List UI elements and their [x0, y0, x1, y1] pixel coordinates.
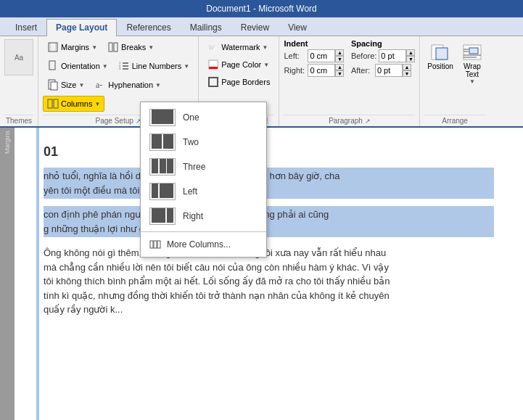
svg-rect-13 — [51, 82, 57, 90]
indent-left-label: Left: — [284, 52, 305, 60]
paragraph-1: nhỏ tuổi, nghĩa là hồi dễ bị nhiễm các t… — [44, 169, 494, 184]
spacing-before-label: Before: — [351, 52, 376, 60]
two-col-bar-left — [152, 134, 162, 149]
svg-rect-4 — [114, 43, 118, 52]
size-arrow: ▼ — [78, 82, 84, 88]
tab-page-layout[interactable]: Page Layout — [46, 19, 117, 36]
indent-left-down[interactable]: ▼ — [335, 56, 344, 62]
columns-two-icon — [149, 133, 176, 151]
line-numbers-label: Line Numbers — [132, 62, 181, 70]
columns-arrow: ▼ — [94, 101, 100, 107]
themes-icon[interactable]: Aa — [4, 39, 33, 75]
title-bar: Document1 - Microsoft Word — [0, 0, 523, 17]
page-color-button[interactable]: Page Color ▼ — [203, 57, 274, 73]
tab-references[interactable]: References — [117, 19, 180, 36]
indent-left-up[interactable]: ▲ — [335, 49, 344, 56]
document-heading: 01 — [44, 142, 494, 162]
spacing-before-up[interactable]: ▲ — [406, 49, 415, 56]
watermark-button[interactable]: W Watermark ▼ — [203, 39, 274, 55]
line-numbers-arrow: ▼ — [184, 63, 189, 70]
indent-right-up[interactable]: ▲ — [335, 64, 344, 70]
svg-rect-19 — [209, 67, 218, 69]
columns-left-item[interactable]: Left — [141, 179, 266, 204]
paragraph-label: Paragraph ↗ — [284, 115, 415, 126]
spacing-before-input[interactable]: 0 pt — [379, 49, 406, 62]
paragraph-dialog-launcher[interactable]: ↗ — [365, 118, 371, 125]
themes-group: Aa Themes — [0, 36, 38, 126]
svg-text:W: W — [208, 44, 215, 52]
spacing-after-up[interactable]: ▲ — [403, 64, 411, 70]
columns-two-item[interactable]: Two — [141, 130, 266, 155]
three-col-bar-2 — [160, 159, 166, 173]
size-icon — [47, 79, 59, 91]
page-borders-button[interactable]: Page Borders — [203, 74, 274, 90]
columns-right-item[interactable]: Right — [141, 204, 266, 228]
spacing-before-row: Before: 0 pt ▲ ▼ — [351, 49, 415, 62]
line-numbers-icon: 123 — [118, 60, 130, 72]
breaks-button[interactable]: Breaks ▼ — [103, 39, 158, 55]
breaks-arrow: ▼ — [148, 44, 154, 51]
line-numbers-button[interactable]: 123 Line Numbers ▼ — [114, 58, 194, 74]
spacing-section: Spacing Before: 0 pt ▲ ▼ After: — [351, 39, 415, 78]
left-col-narrow — [152, 184, 158, 198]
svg-rect-3 — [109, 43, 112, 52]
more-columns-item[interactable]: More Columns... — [141, 235, 266, 254]
indent-left-input[interactable]: 0 cm — [308, 49, 335, 62]
right-col-wide — [152, 208, 165, 223]
svg-rect-16 — [54, 99, 58, 108]
position-button[interactable]: Position — [424, 39, 456, 73]
columns-one-item[interactable]: One — [141, 105, 266, 130]
page-setup-row2: Orientation ▼ 123 Line Numbers ▼ — [43, 58, 194, 74]
themes-label: Themes — [4, 115, 33, 126]
indent-right-down[interactable]: ▼ — [335, 70, 344, 77]
tab-mailings[interactable]: Mailings — [181, 19, 231, 36]
wrap-text-button[interactable]: WrapText ▼ — [459, 39, 485, 88]
orientation-button[interactable]: Orientation ▼ — [43, 58, 112, 74]
spacing-after-down[interactable]: ▼ — [403, 70, 411, 77]
spacing-after-input[interactable]: 0 pt — [375, 64, 403, 77]
columns-button[interactable]: Columns ▼ — [43, 96, 104, 112]
arrange-label: Arrange — [424, 115, 485, 126]
page-color-icon — [207, 59, 219, 70]
columns-dropdown-menu: One Two Three Left — [140, 102, 267, 258]
indent-right-label: Right: — [284, 66, 305, 75]
paragraph-6: tính kì quặc, nhưng đồng thời khiến tôi … — [44, 289, 494, 303]
paragraph-3b: g những thuận lợi như con cả đâu. — [44, 222, 494, 236]
columns-left-label: Left — [183, 186, 197, 197]
size-button[interactable]: Size ▼ — [43, 77, 88, 93]
tab-insert[interactable]: Insert — [6, 19, 46, 36]
paragraph-6b: quấy rầy người k... — [44, 302, 494, 317]
margins-icon — [47, 41, 59, 53]
orientation-arrow: ▼ — [102, 63, 108, 70]
spacing-after-label: After: — [351, 66, 373, 75]
breaks-label: Breaks — [121, 43, 146, 52]
indent-left-row: Left: 0 cm ▲ ▼ — [284, 49, 347, 62]
page-setup-row3: Size ▼ a- Hyphenation ▼ — [43, 77, 194, 93]
position-label: Position — [427, 62, 453, 70]
page-borders-label: Page Borders — [221, 78, 270, 86]
columns-three-item[interactable]: Three — [141, 155, 266, 179]
tab-view[interactable]: View — [279, 19, 316, 36]
spacing-after-spinner: ▲ ▼ — [403, 64, 411, 77]
page-color-arrow: ▼ — [263, 62, 269, 68]
hyphenation-button[interactable]: a- Hyphenation ▼ — [90, 77, 165, 93]
margins-button[interactable]: Margins ▼ — [43, 39, 102, 55]
spacing-before-spinner: ▲ ▼ — [406, 49, 415, 62]
indent-right-control: 0 cm ▲ ▼ — [308, 64, 344, 77]
hyphenation-arrow: ▼ — [155, 82, 161, 88]
columns-menu-divider — [141, 231, 266, 232]
columns-one-icon — [149, 109, 176, 126]
svg-rect-29 — [150, 241, 153, 248]
tab-review[interactable]: Review — [231, 19, 279, 36]
more-columns-icon — [149, 239, 161, 250]
indent-right-input[interactable]: 0 cm — [308, 64, 335, 77]
position-icon — [430, 42, 450, 62]
three-col-bar-1 — [152, 159, 158, 173]
svg-text:a-: a- — [96, 80, 102, 90]
wrap-text-arrow: ▼ — [469, 78, 475, 85]
ribbon-tabs: Insert Page Layout References Mailings R… — [0, 17, 523, 36]
spacing-before-down[interactable]: ▼ — [406, 56, 415, 62]
svg-rect-31 — [157, 241, 160, 248]
indent-left-spinner: ▲ ▼ — [335, 49, 344, 62]
document-page[interactable]: 01 nhỏ tuổi, nghĩa là hồi dễ bị nhiễm cá… — [15, 128, 523, 420]
